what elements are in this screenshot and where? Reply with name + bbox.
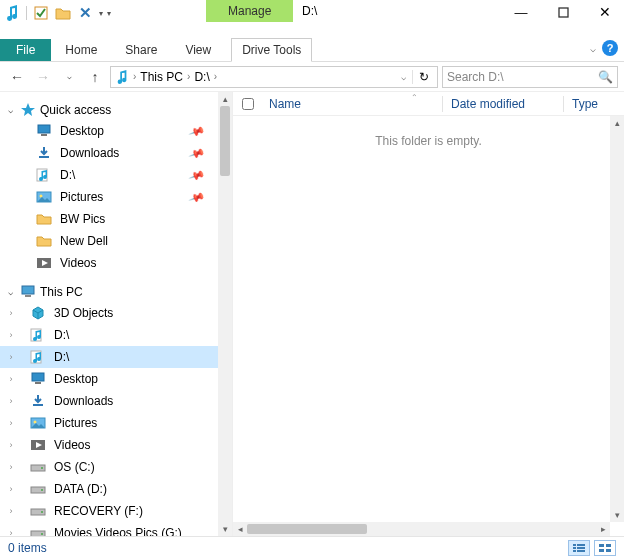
address-bar[interactable]: › This PC › D:\ › ⌵ ↻ bbox=[110, 66, 438, 88]
breadcrumb-current[interactable]: D:\ bbox=[192, 70, 211, 84]
chevron-down-icon[interactable]: ⌵ bbox=[4, 287, 16, 297]
empty-folder-message: This folder is empty. bbox=[233, 116, 624, 148]
scroll-down-icon[interactable]: ▾ bbox=[218, 522, 232, 536]
tree-item[interactable]: Pictures📌 bbox=[0, 186, 218, 208]
scroll-up-icon[interactable]: ▴ bbox=[218, 92, 232, 106]
drive-icon bbox=[30, 525, 46, 536]
scroll-track[interactable] bbox=[247, 522, 596, 536]
chevron-right-icon[interactable]: › bbox=[0, 484, 22, 494]
tree-item[interactable]: ›Videos bbox=[0, 434, 218, 456]
tree-label: Quick access bbox=[40, 103, 111, 117]
chevron-right-icon[interactable]: › bbox=[0, 330, 22, 340]
column-name[interactable]: Name ⌃ bbox=[261, 97, 442, 111]
properties-icon[interactable] bbox=[33, 5, 49, 21]
chevron-right-icon[interactable]: › bbox=[0, 308, 22, 318]
tree-item[interactable]: Desktop📌 bbox=[0, 120, 218, 142]
chevron-right-icon[interactable]: › bbox=[0, 440, 22, 450]
select-all-checkbox-input[interactable] bbox=[242, 98, 254, 110]
tab-drive-tools[interactable]: Drive Tools bbox=[231, 38, 312, 62]
tree-item[interactable]: ›OS (C:) bbox=[0, 456, 218, 478]
tree-item[interactable]: ›Movies Videos Pics (G:) bbox=[0, 522, 218, 536]
tree-item[interactable]: ›Downloads bbox=[0, 390, 218, 412]
search-input[interactable]: Search D:\ 🔍 bbox=[442, 66, 618, 88]
scroll-right-icon[interactable]: ▸ bbox=[596, 524, 610, 534]
scroll-thumb[interactable] bbox=[247, 524, 367, 534]
tree-item-label: Pictures bbox=[54, 416, 97, 430]
svg-rect-15 bbox=[32, 373, 44, 381]
folder-icon bbox=[36, 233, 52, 249]
scroll-thumb[interactable] bbox=[220, 106, 230, 176]
ribbon-expand-icon[interactable]: ⌵ bbox=[590, 43, 596, 54]
tree-item[interactable]: Downloads📌 bbox=[0, 142, 218, 164]
tree-item[interactable]: ›Desktop bbox=[0, 368, 218, 390]
tree-item-label: Videos bbox=[54, 438, 90, 452]
new-folder-icon[interactable] bbox=[55, 5, 71, 21]
content-vscrollbar[interactable]: ▴ ▾ bbox=[610, 116, 624, 522]
tree-item-label: D:\ bbox=[54, 350, 69, 364]
quick-access-icon bbox=[20, 102, 36, 118]
help-button[interactable]: ? bbox=[602, 40, 618, 56]
chevron-right-icon[interactable]: › bbox=[0, 462, 22, 472]
delete-x-icon[interactable]: ✕ bbox=[77, 5, 93, 21]
view-large-icons-button[interactable] bbox=[594, 540, 616, 556]
tree-item[interactable]: New Dell bbox=[0, 230, 218, 252]
close-button[interactable]: ✕ bbox=[590, 2, 620, 22]
main-area: ⌵ Quick access Desktop📌Downloads📌D:\📌Pic… bbox=[0, 92, 624, 536]
tree-group-this-pc[interactable]: ⌵ This PC bbox=[0, 282, 218, 302]
chevron-down-icon[interactable]: ⌵ bbox=[4, 105, 16, 115]
content-hscrollbar[interactable]: ◂ ▸ bbox=[233, 522, 610, 536]
tree-item[interactable]: ›D:\ bbox=[0, 346, 218, 368]
qat-dropdown-icon[interactable]: ▾ bbox=[99, 9, 103, 18]
breadcrumb-sep-icon[interactable]: › bbox=[131, 71, 138, 82]
up-button[interactable]: ↑ bbox=[84, 66, 106, 88]
navigation-tree[interactable]: ⌵ Quick access Desktop📌Downloads📌D:\📌Pic… bbox=[0, 92, 218, 536]
minimize-button[interactable]: — bbox=[506, 2, 536, 22]
tree-item[interactable]: D:\📌 bbox=[0, 164, 218, 186]
qat-customize-icon[interactable]: ▾ bbox=[107, 9, 111, 18]
chevron-right-icon[interactable]: › bbox=[0, 352, 22, 362]
column-date[interactable]: Date modified bbox=[443, 97, 563, 111]
tree-group-quick-access[interactable]: ⌵ Quick access bbox=[0, 100, 218, 120]
downloads-icon bbox=[30, 393, 46, 409]
tree-item[interactable]: ›3D Objects bbox=[0, 302, 218, 324]
address-history-icon[interactable]: ⌵ bbox=[397, 72, 410, 82]
scroll-track[interactable] bbox=[218, 106, 232, 522]
search-icon[interactable]: 🔍 bbox=[598, 70, 613, 84]
scroll-track[interactable] bbox=[610, 130, 624, 508]
tree-item[interactable]: ›RECOVERY (F:) bbox=[0, 500, 218, 522]
tab-share[interactable]: Share bbox=[111, 39, 171, 61]
svg-rect-31 bbox=[577, 544, 585, 546]
tab-home[interactable]: Home bbox=[51, 39, 111, 61]
breadcrumb-sep-icon[interactable]: › bbox=[185, 71, 192, 82]
scroll-left-icon[interactable]: ◂ bbox=[233, 524, 247, 534]
chevron-right-icon[interactable]: › bbox=[0, 528, 22, 536]
forward-button[interactable]: → bbox=[32, 66, 54, 88]
tree-item[interactable]: ›Pictures bbox=[0, 412, 218, 434]
chevron-right-icon[interactable]: › bbox=[0, 506, 22, 516]
window-controls: — ✕ bbox=[506, 2, 620, 22]
refresh-button[interactable]: ↻ bbox=[412, 70, 435, 84]
tree-scrollbar[interactable]: ▴ ▾ bbox=[218, 92, 232, 536]
breadcrumb-sep-icon[interactable]: › bbox=[212, 71, 219, 82]
pin-icon: 📌 bbox=[188, 166, 206, 184]
tab-file[interactable]: File bbox=[0, 39, 51, 61]
recent-locations-button[interactable]: ⌵ bbox=[58, 66, 80, 88]
tree-item[interactable]: Videos bbox=[0, 252, 218, 274]
select-all-checkbox[interactable] bbox=[233, 95, 261, 113]
back-button[interactable]: ← bbox=[6, 66, 28, 88]
address-root-icon[interactable] bbox=[113, 70, 131, 84]
chevron-right-icon[interactable]: › bbox=[0, 396, 22, 406]
view-details-button[interactable] bbox=[568, 540, 590, 556]
tree-item[interactable]: BW Pics bbox=[0, 208, 218, 230]
tree-item[interactable]: ›D:\ bbox=[0, 324, 218, 346]
column-type[interactable]: Type bbox=[564, 97, 624, 111]
chevron-right-icon[interactable]: › bbox=[0, 418, 22, 428]
scroll-up-icon[interactable]: ▴ bbox=[610, 116, 624, 130]
chevron-right-icon[interactable]: › bbox=[0, 374, 22, 384]
tab-view[interactable]: View bbox=[171, 39, 225, 61]
breadcrumb-this-pc[interactable]: This PC bbox=[138, 70, 185, 84]
maximize-button[interactable] bbox=[548, 2, 578, 22]
scroll-down-icon[interactable]: ▾ bbox=[610, 508, 624, 522]
manage-tab[interactable]: Manage bbox=[206, 0, 293, 22]
tree-item[interactable]: ›DATA (D:) bbox=[0, 478, 218, 500]
